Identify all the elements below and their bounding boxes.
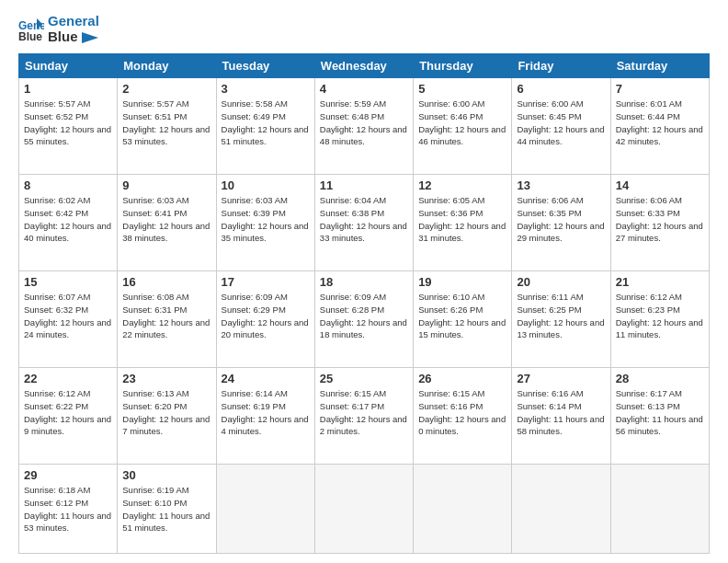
daylight-label: Daylight: 12 hours and 51 minutes. bbox=[222, 124, 309, 147]
calendar-cell: 18 Sunrise: 6:09 AM Sunset: 6:28 PM Dayl… bbox=[314, 271, 413, 368]
calendar-cell: 9 Sunrise: 6:03 AM Sunset: 6:41 PM Dayli… bbox=[118, 175, 216, 271]
sunrise-label: Sunrise: 6:09 AM bbox=[222, 292, 288, 302]
day-number: 22 bbox=[24, 372, 112, 385]
calendar-cell: 21 Sunrise: 6:12 AM Sunset: 6:23 PM Dayl… bbox=[610, 271, 709, 368]
day-info: Sunrise: 6:19 AM Sunset: 6:10 PM Dayligh… bbox=[122, 484, 210, 534]
daylight-label: Daylight: 12 hours and 7 minutes. bbox=[122, 414, 210, 437]
daylight-label: Daylight: 11 hours and 51 minutes. bbox=[122, 511, 210, 534]
sunset-label: Sunset: 6:51 PM bbox=[122, 111, 187, 121]
day-number: 2 bbox=[122, 82, 210, 96]
calendar-cell bbox=[610, 465, 709, 554]
calendar-cell: 28 Sunrise: 6:17 AM Sunset: 6:13 PM Dayl… bbox=[610, 368, 709, 465]
daylight-label: Daylight: 12 hours and 42 minutes. bbox=[616, 124, 703, 147]
calendar-cell: 19 Sunrise: 6:10 AM Sunset: 6:26 PM Dayl… bbox=[414, 271, 512, 368]
daylight-label: Daylight: 12 hours and 11 minutes. bbox=[616, 317, 703, 340]
calendar-cell: 24 Sunrise: 6:14 AM Sunset: 6:19 PM Dayl… bbox=[216, 368, 314, 465]
logo-chevron-icon bbox=[82, 32, 98, 43]
calendar-cell: 14 Sunrise: 6:06 AM Sunset: 6:33 PM Dayl… bbox=[610, 175, 709, 271]
sunrise-label: Sunrise: 6:08 AM bbox=[122, 292, 188, 302]
daylight-label: Daylight: 12 hours and 44 minutes. bbox=[517, 124, 604, 147]
day-number: 18 bbox=[320, 275, 408, 289]
day-info: Sunrise: 6:03 AM Sunset: 6:41 PM Dayligh… bbox=[122, 194, 210, 245]
sunrise-label: Sunrise: 6:00 AM bbox=[517, 98, 583, 109]
sunset-label: Sunset: 6:10 PM bbox=[122, 498, 187, 508]
sunrise-label: Sunrise: 6:15 AM bbox=[418, 388, 484, 398]
day-info: Sunrise: 5:57 AM Sunset: 6:51 PM Dayligh… bbox=[122, 98, 210, 148]
day-number: 3 bbox=[222, 82, 310, 96]
col-monday: Monday bbox=[118, 54, 216, 78]
day-info: Sunrise: 6:13 AM Sunset: 6:20 PM Dayligh… bbox=[122, 387, 210, 438]
day-info: Sunrise: 5:58 AM Sunset: 6:49 PM Dayligh… bbox=[222, 98, 310, 148]
logo: General Blue General Blue bbox=[18, 14, 99, 44]
daylight-label: Daylight: 12 hours and 48 minutes. bbox=[320, 124, 407, 147]
sunrise-label: Sunrise: 6:19 AM bbox=[122, 485, 188, 495]
day-info: Sunrise: 6:04 AM Sunset: 6:38 PM Dayligh… bbox=[320, 194, 408, 245]
day-info: Sunrise: 6:12 AM Sunset: 6:23 PM Dayligh… bbox=[616, 291, 704, 341]
sunrise-label: Sunrise: 6:14 AM bbox=[222, 388, 288, 398]
calendar-cell: 11 Sunrise: 6:04 AM Sunset: 6:38 PM Dayl… bbox=[314, 175, 413, 271]
sunrise-label: Sunrise: 6:17 AM bbox=[616, 388, 682, 398]
daylight-label: Daylight: 12 hours and 35 minutes. bbox=[222, 221, 309, 244]
day-info: Sunrise: 6:01 AM Sunset: 6:44 PM Dayligh… bbox=[616, 98, 704, 148]
day-info: Sunrise: 6:15 AM Sunset: 6:16 PM Dayligh… bbox=[418, 387, 506, 438]
sunset-label: Sunset: 6:38 PM bbox=[320, 208, 384, 218]
day-number: 15 bbox=[24, 275, 112, 289]
calendar-cell: 2 Sunrise: 5:57 AM Sunset: 6:51 PM Dayli… bbox=[118, 78, 216, 175]
day-info: Sunrise: 5:59 AM Sunset: 6:48 PM Dayligh… bbox=[320, 98, 408, 148]
sunrise-label: Sunrise: 6:12 AM bbox=[24, 388, 90, 398]
calendar-week-row: 1 Sunrise: 5:57 AM Sunset: 6:52 PM Dayli… bbox=[19, 78, 710, 175]
day-info: Sunrise: 6:07 AM Sunset: 6:32 PM Dayligh… bbox=[24, 291, 112, 341]
sunrise-label: Sunrise: 6:06 AM bbox=[517, 195, 583, 205]
day-info: Sunrise: 6:02 AM Sunset: 6:42 PM Dayligh… bbox=[24, 194, 112, 245]
svg-text:Blue: Blue bbox=[18, 30, 42, 42]
calendar-cell: 6 Sunrise: 6:00 AM Sunset: 6:45 PM Dayli… bbox=[512, 78, 610, 175]
day-number: 30 bbox=[122, 468, 210, 482]
sunset-label: Sunset: 6:49 PM bbox=[222, 111, 286, 121]
daylight-label: Daylight: 12 hours and 29 minutes. bbox=[517, 221, 604, 244]
sunset-label: Sunset: 6:41 PM bbox=[122, 208, 187, 218]
daylight-label: Daylight: 12 hours and 55 minutes. bbox=[24, 124, 111, 147]
daylight-label: Daylight: 12 hours and 2 minutes. bbox=[320, 414, 407, 437]
day-number: 12 bbox=[418, 178, 506, 192]
day-number: 8 bbox=[24, 178, 112, 192]
day-info: Sunrise: 6:16 AM Sunset: 6:14 PM Dayligh… bbox=[517, 387, 605, 438]
sunset-label: Sunset: 6:33 PM bbox=[616, 208, 680, 218]
calendar-cell bbox=[314, 465, 413, 554]
day-number: 4 bbox=[320, 82, 408, 96]
day-number: 5 bbox=[418, 82, 506, 96]
daylight-label: Daylight: 11 hours and 53 minutes. bbox=[24, 511, 111, 534]
sunrise-label: Sunrise: 6:16 AM bbox=[517, 388, 583, 398]
day-info: Sunrise: 6:18 AM Sunset: 6:12 PM Dayligh… bbox=[24, 484, 112, 534]
daylight-label: Daylight: 12 hours and 46 minutes. bbox=[418, 124, 506, 147]
calendar-header-row: Sunday Monday Tuesday Wednesday Thursday… bbox=[19, 54, 710, 78]
day-number: 11 bbox=[320, 178, 408, 192]
calendar-cell: 10 Sunrise: 6:03 AM Sunset: 6:39 PM Dayl… bbox=[216, 175, 314, 271]
day-info: Sunrise: 6:09 AM Sunset: 6:29 PM Dayligh… bbox=[222, 291, 310, 341]
calendar-cell: 4 Sunrise: 5:59 AM Sunset: 6:48 PM Dayli… bbox=[314, 78, 413, 175]
calendar-cell bbox=[216, 465, 314, 554]
calendar-cell: 25 Sunrise: 6:15 AM Sunset: 6:17 PM Dayl… bbox=[314, 368, 413, 465]
daylight-label: Daylight: 12 hours and 33 minutes. bbox=[320, 221, 407, 244]
day-number: 23 bbox=[122, 372, 210, 385]
calendar-cell: 13 Sunrise: 6:06 AM Sunset: 6:35 PM Dayl… bbox=[512, 175, 610, 271]
day-info: Sunrise: 6:17 AM Sunset: 6:13 PM Dayligh… bbox=[616, 387, 704, 438]
sunset-label: Sunset: 6:46 PM bbox=[418, 111, 483, 121]
sunrise-label: Sunrise: 5:57 AM bbox=[122, 98, 188, 109]
sunset-label: Sunset: 6:28 PM bbox=[320, 304, 384, 315]
daylight-label: Daylight: 12 hours and 4 minutes. bbox=[222, 414, 309, 437]
calendar-cell bbox=[414, 465, 512, 554]
day-number: 10 bbox=[222, 178, 310, 192]
day-number: 25 bbox=[320, 372, 408, 385]
day-number: 17 bbox=[222, 275, 310, 289]
day-info: Sunrise: 6:00 AM Sunset: 6:46 PM Dayligh… bbox=[418, 98, 506, 148]
page: General Blue General Blue Sunday Monda bbox=[0, 0, 728, 563]
day-number: 28 bbox=[616, 372, 704, 385]
sunset-label: Sunset: 6:19 PM bbox=[222, 401, 286, 411]
sunset-label: Sunset: 6:25 PM bbox=[517, 304, 581, 315]
sunset-label: Sunset: 6:52 PM bbox=[24, 111, 88, 121]
day-number: 21 bbox=[616, 275, 704, 289]
sunset-label: Sunset: 6:48 PM bbox=[320, 111, 384, 121]
sunset-label: Sunset: 6:39 PM bbox=[222, 208, 286, 218]
sunset-label: Sunset: 6:31 PM bbox=[122, 304, 187, 315]
sunrise-label: Sunrise: 6:03 AM bbox=[222, 195, 288, 205]
